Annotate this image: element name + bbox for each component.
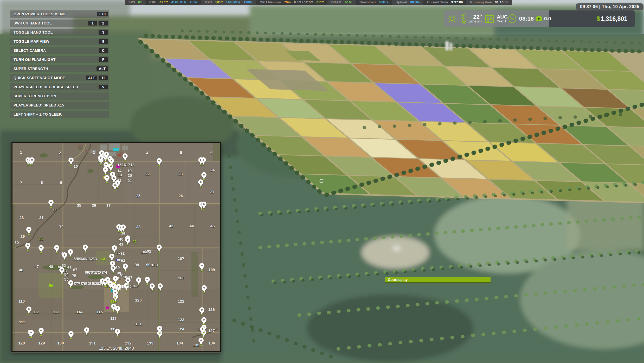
map-pin-icon (68, 158, 74, 165)
month-value: AUG (497, 14, 508, 20)
field-number-40: 40 (119, 237, 124, 241)
hud-status-panel: 22° 29°/19° AUG Year 1 (444, 10, 635, 27)
calendar-icon (484, 13, 495, 24)
minimap[interactable]: 1234567891012131415161718192021222324252… (11, 142, 221, 352)
field-number-124: 124 (178, 327, 184, 331)
field-number-131: 131 (89, 341, 95, 345)
keybind-hint-panel: OPEN POWER TOOLS MENUF10SWITCH HAND TOOL… (10, 10, 109, 120)
field-number-25: 25 (136, 193, 141, 198)
field-number-26: 26 (179, 193, 183, 198)
sun-icon (447, 14, 457, 24)
field-number-44: 44 (190, 224, 194, 228)
monitor-segment-cpu: CPU47 °C4190 MHz25 W (146, 0, 201, 5)
field-number-6: 6 (210, 151, 212, 155)
key-badge: 2 (99, 21, 108, 26)
field-number-75: 75 (72, 273, 76, 278)
key-badge: 9 (99, 39, 108, 44)
key-badge: H (99, 76, 108, 80)
map-pin-icon (38, 245, 44, 253)
map-pin-icon (201, 317, 207, 325)
map-pin-icon (62, 252, 67, 260)
field-number-108: 108 (178, 276, 184, 280)
field-number-118: 118 (110, 316, 117, 321)
datetime-badge: 09 37 06 | Thu, 10 Apr. 2025 (576, 3, 643, 10)
field-number-8: 8 (41, 180, 43, 185)
map-pin-icon (109, 158, 114, 166)
field-number-89: 89 (115, 265, 120, 270)
map-pin-icon (68, 249, 73, 257)
field-number-19: 19 (127, 168, 132, 173)
field-number-112: 112 (33, 310, 39, 314)
system-monitor-bar: FPS61CPU47 °C4190 MHz25 WGPU58°C1965MHz1… (125, 0, 512, 5)
keybind-hint: SUPER STRENGTHALT (10, 65, 109, 72)
game-viewport[interactable]: FPS61CPU47 °C4190 MHz25 WGPU58°C1965MHz1… (0, 0, 644, 363)
field-number-134: 134 (176, 341, 183, 345)
money-display: $1,316,801 (549, 10, 635, 27)
field-number-115: 115 (96, 310, 103, 314)
map-pin-icon (199, 307, 205, 315)
map-pin-icon (110, 265, 116, 273)
map-pin-icon (122, 153, 128, 161)
field-number-127: 127 (208, 328, 215, 333)
map-pin-icon (201, 285, 207, 293)
field-number-29: 29 (21, 234, 25, 239)
field-number-10: 10 (74, 164, 78, 168)
map-pin-icon (104, 152, 109, 159)
temperature-hi-lo: 29°/19° (469, 20, 482, 24)
key-badge: F (99, 57, 108, 62)
field-number-93: 93 (121, 258, 125, 263)
field-number-45: 45 (210, 224, 215, 228)
field-number-99: 99 (146, 262, 151, 267)
field-number-48: 48 (49, 264, 53, 269)
map-pin-icon (68, 280, 74, 288)
field-number-9: 9 (60, 180, 62, 185)
monitor-segment-fps: FPS61 (125, 0, 146, 5)
field-number-7: 7 (20, 180, 22, 185)
map-pin-icon (201, 157, 206, 165)
field-number-15: 15 (117, 162, 122, 167)
field-number-18: 18 (130, 162, 135, 167)
field-number-16: 16 (122, 162, 126, 167)
key-badge: F10 (97, 12, 108, 16)
game-time: 08:18 (519, 15, 534, 22)
map-pin-icon (54, 245, 60, 253)
field-number-82: 82 (93, 281, 97, 286)
field-number-120: 120 (135, 298, 141, 302)
calendar-section: AUG Year 1 (483, 10, 509, 27)
map-pin-icon (25, 243, 31, 251)
map-pin-icon (198, 338, 204, 346)
field-number-54: 54 (64, 272, 69, 277)
map-pin-icon (149, 283, 155, 291)
map-pin-icon (200, 327, 205, 334)
map-pin-icon (157, 283, 163, 291)
key-badge: V (99, 85, 108, 89)
field-number-67: 67 (73, 267, 78, 272)
play-speed-icon (536, 16, 542, 21)
field-number-63: 63 (93, 256, 97, 261)
map-pin-icon (82, 245, 88, 252)
keybind-hint: QUICK SCREENSHOT MODEALTH (10, 74, 109, 82)
field-number-122: 122 (178, 299, 184, 303)
map-pin-icon (125, 237, 131, 245)
field-number-121: 121 (135, 322, 141, 326)
map-pin-icon (201, 202, 207, 209)
field-number-24: 24 (210, 168, 215, 172)
temperature-value: 22° (469, 14, 482, 20)
field-number-41: 41 (119, 242, 124, 246)
map-pin-icon (120, 224, 126, 232)
field-number-27: 27 (210, 190, 215, 194)
field-number-30: 30 (15, 240, 19, 245)
field-number-123: 123 (178, 317, 184, 322)
field-number-23: 23 (178, 172, 183, 176)
field-number-47: 47 (35, 264, 39, 269)
map-pin-icon (156, 245, 162, 252)
keybind-hint: TOGGLE MAP VIEW9 (10, 38, 109, 45)
field-number-133: 133 (147, 341, 153, 345)
field-number-110: 110 (18, 299, 25, 303)
map-pin-icon (48, 200, 54, 208)
field-number-111: 111 (19, 320, 25, 324)
weather-section (444, 10, 460, 27)
key-badge: ALT (86, 76, 97, 80)
field-number-20: 20 (128, 173, 132, 178)
field-number-37: 37 (106, 203, 111, 208)
